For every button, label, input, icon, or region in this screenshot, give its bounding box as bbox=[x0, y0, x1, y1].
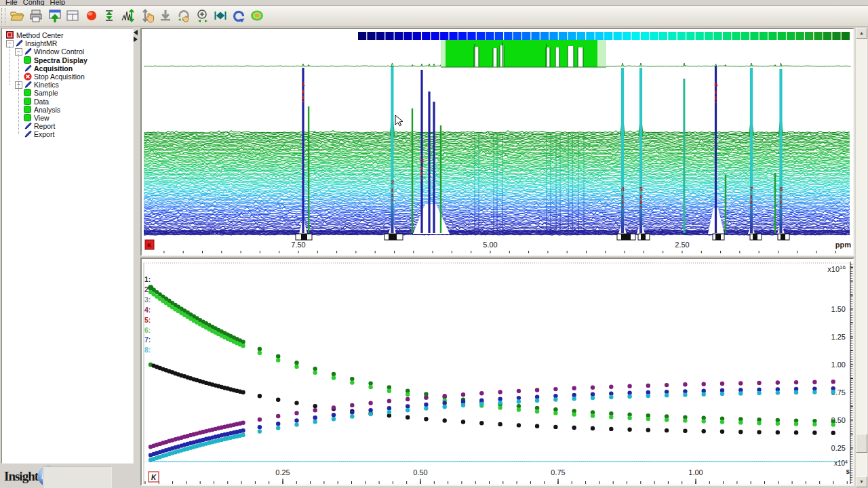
grab-scroll-icon[interactable] bbox=[140, 8, 155, 23]
svg-text:4: 4 bbox=[621, 186, 625, 192]
svg-text:7: 7 bbox=[750, 186, 753, 192]
green-led-icon bbox=[24, 56, 31, 65]
tree-guide-line bbox=[18, 54, 19, 134]
rotate-hand-icon[interactable] bbox=[176, 8, 191, 23]
scroll-down-icon[interactable]: ▼ bbox=[856, 476, 867, 487]
tree-label[interactable]: Report bbox=[34, 122, 56, 130]
svg-text:7.50: 7.50 bbox=[291, 241, 305, 249]
zoom-plus-icon[interactable] bbox=[195, 8, 210, 23]
pen-icon bbox=[24, 130, 32, 140]
svg-text:1.50: 1.50 bbox=[831, 305, 846, 313]
tree-item-data[interactable]: Data bbox=[2, 98, 131, 106]
scroll-up-icon[interactable]: ▲ bbox=[856, 28, 867, 39]
method-tree: Method Center−InsightMR−Window ControlSp… bbox=[1, 28, 134, 464]
svg-text:K: K bbox=[147, 242, 152, 249]
tile-windows-icon[interactable] bbox=[65, 8, 80, 23]
tree-item-insightmr[interactable]: −InsightMR bbox=[2, 39, 131, 47]
tree-item-stop-acquisition[interactable]: Stop Acquisition bbox=[2, 73, 131, 81]
green-led-icon bbox=[24, 98, 31, 106]
svg-text:8:: 8: bbox=[144, 346, 151, 354]
tree-item-report[interactable]: Report bbox=[2, 122, 131, 130]
tree-label[interactable]: Export bbox=[34, 130, 54, 138]
tree-label[interactable]: View bbox=[34, 114, 50, 122]
svg-text:s: s bbox=[846, 468, 850, 475]
svg-text:3:: 3: bbox=[144, 296, 151, 304]
first-last-icon[interactable] bbox=[213, 8, 228, 23]
svg-text:K: K bbox=[151, 474, 157, 481]
tree-label[interactable]: Kinetics bbox=[34, 81, 59, 89]
window-raise-icon[interactable] bbox=[47, 8, 62, 23]
undo-curve-icon[interactable] bbox=[231, 8, 246, 23]
svg-text:1: 1 bbox=[302, 81, 305, 87]
svg-text:0.50: 0.50 bbox=[413, 468, 427, 476]
tree-item-sample[interactable]: Sample bbox=[2, 89, 131, 97]
svg-text:6: 6 bbox=[714, 81, 717, 88]
green-led-icon bbox=[24, 114, 31, 123]
menu-help[interactable]: Help bbox=[50, 0, 66, 6]
contour-plot-icon[interactable] bbox=[250, 8, 264, 23]
vertical-scrollbar[interactable]: ▲ ▼ bbox=[856, 28, 867, 487]
menu-file[interactable]: File bbox=[5, 0, 18, 6]
scale-spectrum-icon[interactable] bbox=[120, 8, 135, 23]
tree-label[interactable]: Method Center bbox=[16, 31, 63, 39]
method-center-icon bbox=[6, 31, 14, 40]
green-led-icon bbox=[24, 106, 31, 115]
svg-text:1.00: 1.00 bbox=[688, 468, 703, 476]
tree-item-kinetics[interactable]: −Kinetics bbox=[2, 81, 131, 89]
svg-text:2: 2 bbox=[391, 179, 394, 186]
tree-guide-line bbox=[9, 46, 10, 85]
svg-text:3: 3 bbox=[420, 157, 424, 164]
spectra-display-panel[interactable]: 123456787.505.002.50ppmK bbox=[140, 28, 854, 256]
svg-text:x104: x104 bbox=[834, 460, 848, 467]
tree-item-view[interactable]: View bbox=[2, 114, 131, 122]
svg-text:0.25: 0.25 bbox=[275, 468, 290, 476]
svg-text:0.75: 0.75 bbox=[551, 468, 565, 476]
tree-item-window-control[interactable]: −Window Control bbox=[2, 47, 131, 56]
drop-baseline-icon[interactable] bbox=[158, 8, 173, 23]
kinetics-chart: 0.250.500.751.001.251.50x10160.250.500.7… bbox=[142, 259, 853, 485]
svg-text:x1016: x1016 bbox=[827, 264, 846, 273]
svg-text:0.25: 0.25 bbox=[831, 444, 846, 452]
svg-text:4:: 4: bbox=[144, 306, 151, 314]
open-folder-icon[interactable] bbox=[9, 8, 24, 23]
logo-text: Insight bbox=[4, 469, 38, 484]
tree-item-export[interactable]: Export bbox=[2, 130, 131, 138]
svg-text:7:: 7: bbox=[144, 336, 151, 344]
tree-label[interactable]: Window Control bbox=[34, 47, 84, 56]
kinetics-plot-panel[interactable]: 0.250.500.751.001.251.50x10160.250.500.7… bbox=[140, 258, 854, 486]
svg-text:1.00: 1.00 bbox=[831, 361, 846, 369]
record-icon[interactable] bbox=[84, 8, 99, 23]
tree-label[interactable]: Spectra Display bbox=[34, 56, 87, 64]
tree-item-spectra-display[interactable]: Spectra Display bbox=[2, 56, 131, 64]
toolbar bbox=[0, 6, 868, 27]
svg-text:5:: 5: bbox=[144, 316, 151, 324]
scrollbar-thumb[interactable] bbox=[856, 434, 867, 453]
svg-text:1.25: 1.25 bbox=[831, 333, 846, 341]
status-box bbox=[43, 466, 112, 488]
tree-item-analysis[interactable]: Analysis bbox=[2, 106, 131, 114]
svg-text:6:: 6: bbox=[144, 326, 151, 334]
tree-label[interactable]: Sample bbox=[34, 89, 58, 97]
svg-text:5: 5 bbox=[639, 186, 643, 192]
tree-item-method-center[interactable]: Method Center bbox=[2, 31, 131, 39]
svg-text:5.00: 5.00 bbox=[483, 241, 497, 249]
tree-label[interactable]: Acquisition bbox=[34, 64, 73, 73]
menu-bar: FileConfigHelp bbox=[0, 0, 868, 6]
svg-text:8: 8 bbox=[779, 186, 783, 192]
collapse-right-icon[interactable] bbox=[134, 37, 138, 42]
tree-label[interactable]: Stop Acquisition bbox=[34, 73, 85, 81]
print-icon[interactable] bbox=[28, 8, 43, 23]
tree-label[interactable]: Data bbox=[34, 98, 49, 106]
svg-text:1:: 1: bbox=[144, 275, 151, 283]
svg-text:ppm: ppm bbox=[835, 241, 851, 249]
green-led-icon bbox=[24, 89, 31, 98]
tree-label[interactable]: InsightMR bbox=[25, 39, 57, 47]
tree-label[interactable]: Analysis bbox=[34, 106, 60, 114]
tree-item-acquisition[interactable]: Acquisition bbox=[2, 64, 131, 73]
menu-config[interactable]: Config bbox=[23, 0, 45, 6]
toolbar-grip bbox=[1, 8, 5, 24]
collapse-left-icon[interactable] bbox=[134, 30, 138, 35]
expand-vertical-icon[interactable] bbox=[102, 8, 117, 23]
spectra-chart: 123456787.505.002.50ppmK bbox=[142, 29, 853, 255]
splitter-collapse-arrows[interactable] bbox=[134, 30, 140, 43]
